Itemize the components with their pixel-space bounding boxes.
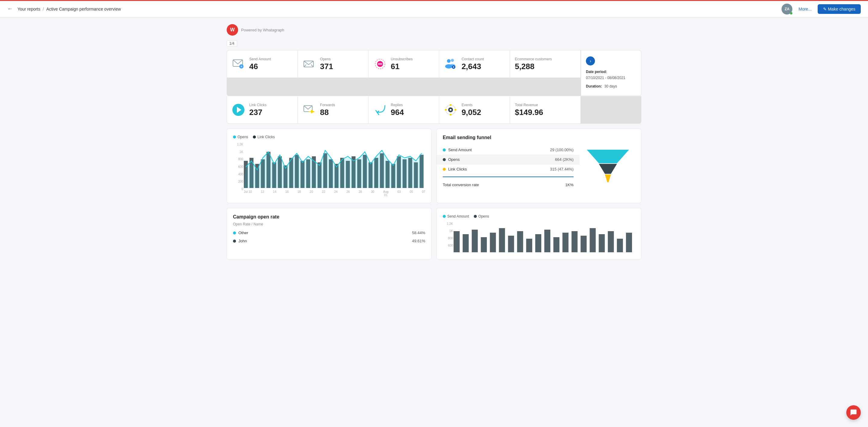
svg-rect-74 xyxy=(581,236,587,252)
line-bar-chart: Opens Link Clicks 1.2K 1K 800 600 400 20… xyxy=(227,129,432,203)
funnel-value-opens: 664 (2K%) xyxy=(555,157,574,162)
funnel-visual xyxy=(581,145,635,187)
svg-line-4 xyxy=(304,64,306,67)
svg-point-22 xyxy=(450,104,452,106)
bottom-chart-legend: Send Amount Opens xyxy=(443,214,635,219)
unsubscribes-label: Unsubscribes xyxy=(391,57,434,61)
date-arrow-button[interactable]: › xyxy=(586,56,595,65)
svg-rect-68 xyxy=(526,239,532,252)
svg-rect-61 xyxy=(463,234,469,252)
funnel-row-opens: Opens 664 (2K%) xyxy=(437,155,580,165)
opens-value: 371 xyxy=(320,62,364,71)
stat-opens: Opens 371 xyxy=(298,50,368,78)
svg-rect-79 xyxy=(626,233,632,252)
stat-unsubscribes: Unsubscribes 61 xyxy=(369,50,439,78)
funnel-chart: Email sending funnel Send Amount 29 (100… xyxy=(436,129,641,203)
ecommerce-value: 5,288 xyxy=(515,62,576,71)
breadcrumb-sub: Active Campaign performance overview xyxy=(46,7,121,11)
powered-by: W Powered by Whatagraph xyxy=(227,24,641,36)
svg-rect-62 xyxy=(472,230,478,252)
x-label-aug01: Aug01 xyxy=(383,190,389,197)
replies-label: Replies xyxy=(391,103,434,107)
link-clicks-value: 237 xyxy=(249,108,293,117)
page-indicator: 1/4 xyxy=(227,40,237,47)
x-label-07: 07 xyxy=(422,190,425,197)
x-label-jul10: Jul 10 xyxy=(244,190,252,197)
svg-point-9 xyxy=(447,59,451,63)
svg-rect-72 xyxy=(562,233,568,252)
campaign-open-rate: Campaign open rate Open Rate / Name Othe… xyxy=(227,208,432,259)
events-icon xyxy=(444,103,457,116)
y-label-6: 200 xyxy=(233,180,243,183)
stat-forwards: Forwards 88 xyxy=(298,96,368,123)
back-button[interactable]: ← xyxy=(7,6,13,12)
campaign-title: Campaign open rate xyxy=(233,214,425,220)
bottom-y-2: 1K xyxy=(443,229,453,233)
funnel-svg xyxy=(584,147,632,186)
forwards-value: 88 xyxy=(320,108,364,117)
funnel-container: Send Amount 29 (100.00%) Opens 664 (2K%)… xyxy=(443,145,635,187)
forwards-icon xyxy=(303,103,316,116)
funnel-dot-opens xyxy=(443,158,446,161)
avatar: ZA xyxy=(781,4,792,15)
forwards-label: Forwards xyxy=(320,103,364,107)
x-label-22: 22 xyxy=(322,190,325,197)
svg-rect-63 xyxy=(481,237,487,252)
bar-line-chart-svg xyxy=(244,143,425,188)
svg-rect-67 xyxy=(517,231,523,252)
svg-rect-73 xyxy=(571,231,578,252)
svg-point-27 xyxy=(450,109,452,111)
bottom-y-3: 800 xyxy=(443,236,453,240)
legend-link-clicks: Link Clicks xyxy=(253,135,275,139)
powered-by-text: Powered by Whatagraph xyxy=(241,28,284,32)
send-amount-label: Send Amount xyxy=(249,57,293,61)
contact-count-value: 2,643 xyxy=(461,62,505,71)
main-content: W Powered by Whatagraph 1/4 + Send Amoun… xyxy=(217,17,651,267)
svg-rect-77 xyxy=(608,231,614,252)
funnel-name-opens: Opens xyxy=(448,157,555,162)
svg-point-10 xyxy=(451,59,454,62)
x-label-28: 28 xyxy=(359,190,362,197)
bottom-bar-svg xyxy=(454,222,635,252)
campaign-row-john: John 49.61% xyxy=(233,237,425,245)
duration-label: Duration: xyxy=(586,84,602,88)
stat-events: Events 9,052 xyxy=(439,96,510,123)
stat-contact-count: Contact count 2,643 xyxy=(439,50,510,78)
x-label-14: 14 xyxy=(273,190,276,197)
opens-label: Opens xyxy=(320,57,364,61)
funnel-total-value: 1K% xyxy=(565,182,574,187)
svg-rect-78 xyxy=(617,239,623,252)
y-label-4: 600 xyxy=(233,165,243,168)
svg-rect-65 xyxy=(499,228,505,252)
x-label-20: 20 xyxy=(310,190,313,197)
svg-rect-71 xyxy=(553,237,559,252)
replies-icon xyxy=(373,103,387,116)
replies-value: 964 xyxy=(391,108,434,117)
funnel-total-label: Total conversion rate xyxy=(443,182,479,187)
make-changes-button[interactable]: ✎ Make changes xyxy=(818,4,861,14)
x-label-05: 05 xyxy=(410,190,413,197)
bottom-y-4: 600 xyxy=(443,244,453,247)
stat-ecommerce-customers: Ecommerce customers 5,288 xyxy=(510,50,581,78)
funnel-value-link-clicks: 315 (47.44%) xyxy=(550,167,574,171)
charts-row: Opens Link Clicks 1.2K 1K 800 600 400 20… xyxy=(227,129,641,203)
breadcrumb-sep: / xyxy=(43,7,44,11)
funnel-total-row: Total conversion rate 1K% xyxy=(443,179,574,187)
funnel-data: Send Amount 29 (100.00%) Opens 664 (2K%)… xyxy=(443,145,574,187)
stat-send-amount: + Send Amount 46 xyxy=(227,50,298,78)
campaign-sub: Open Rate / Name xyxy=(233,222,425,226)
whatagraph-logo: W xyxy=(227,24,238,36)
stat-total-revenue: Total Revenue $149.96 xyxy=(510,96,581,123)
send-amount-icon: + xyxy=(232,57,245,70)
bottom-y-1: 1.2K xyxy=(443,222,453,225)
svg-rect-75 xyxy=(590,228,596,252)
svg-marker-19 xyxy=(311,110,315,113)
svg-point-25 xyxy=(445,109,447,111)
more-button[interactable]: More... xyxy=(798,7,812,11)
svg-point-24 xyxy=(450,114,452,116)
events-label: Events xyxy=(461,103,505,107)
total-revenue-label: Total Revenue xyxy=(515,103,576,107)
x-label-12: 12 xyxy=(261,190,264,197)
bottom-bar-chart: Send Amount Opens 1.2K 1K 800 600 xyxy=(436,208,641,259)
svg-rect-76 xyxy=(599,234,605,252)
